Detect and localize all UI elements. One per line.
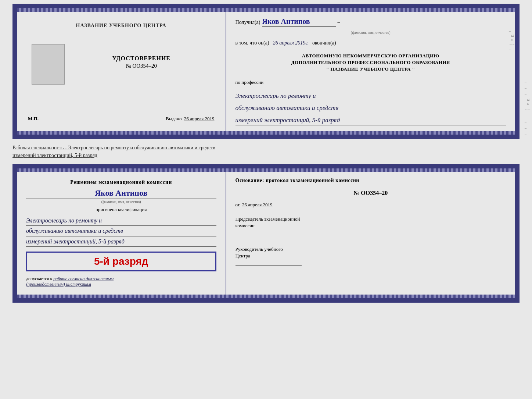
org-quote-open: "	[326, 66, 329, 72]
vtom-date: 26 апреля 2019г.	[271, 40, 310, 47]
instrukcii-italic: (производственным) инструкциям	[26, 282, 91, 287]
osnovanie-title: Основание: протокол экзаменационной коми…	[236, 178, 506, 184]
qualification-block: Электрослесарь по ремонту и обслуживанию…	[26, 215, 216, 247]
poluchil-row: Получил(а) Яков Антипов –	[236, 17, 506, 27]
left-bottom-row: М.П. Выдано 26 апреля 2019	[28, 116, 215, 122]
bottom-cert-content: Решением экзаменационной комиссии Яков А…	[17, 172, 515, 295]
rukovoditel-text: Руководитель учебного	[236, 246, 283, 252]
top-certificate-outer: НАЗВАНИЕ УЧЕБНОГО ЦЕНТРА УДОСТОВЕРЕНИЕ №…	[12, 4, 520, 139]
top-deco-bar	[17, 8, 515, 12]
bottom-name-block: Яков Антипов (фамилия, имя, отчество)	[26, 188, 216, 204]
ot-label: от	[236, 202, 240, 207]
dopuskaetsya-block: допускается к работе согласно должностны…	[26, 276, 216, 287]
predsedatel-text: Председатель экзаменационной	[236, 216, 300, 222]
okonchil-label: окончил(а)	[312, 40, 336, 46]
org-quote-close: "	[412, 66, 415, 72]
ot-block: от 26 апреля 2019	[236, 202, 506, 208]
dopuskaetsya-italic: работе согласно должностным	[53, 276, 114, 281]
photo-placeholder	[32, 44, 65, 85]
razryad-big-text: 5-й разряд	[33, 256, 210, 267]
rukovoditel-label: Руководитель учебного Центра	[236, 246, 506, 259]
qual-line1: Электрослесарь по ремонту и	[26, 215, 216, 226]
top-cert-right-panel: Получил(а) Яков Антипов – (фамилия, имя,…	[226, 12, 515, 131]
rabochaya-text-block: Рабочая специальность - Электрослесарь п…	[12, 142, 520, 161]
udostoverenie-title: УДОСТОВЕРЕНИЕ	[68, 55, 215, 62]
fio-subtitle-top: (фамилия, имя, отчество)	[236, 31, 506, 35]
udostoverenie-block: УДОСТОВЕРЕНИЕ № ОО354–20	[68, 55, 215, 70]
bottom-top-deco-bar	[17, 168, 515, 172]
vydano-label: Выдано	[166, 116, 181, 121]
komissii-text: комиссии	[236, 223, 255, 228]
resheniem-title: Решением экзаменационной комиссии	[26, 179, 216, 185]
vtom-label: в том, что он(а)	[236, 40, 269, 46]
prisvoena-text: присвоена квалификация	[26, 207, 216, 213]
org-line1: АВТОНОМНУЮ НЕКОММЕРЧЕСКУЮ ОРГАНИЗАЦИЮ	[236, 53, 506, 59]
org-block: АВТОНОМНУЮ НЕКОММЕРЧЕСКУЮ ОРГАНИЗАЦИЮ ДО…	[236, 53, 506, 73]
org-name-line: " НАЗВАНИЕ УЧЕБНОГО ЦЕНТРА "	[236, 66, 506, 72]
ot-date: 26 апреля 2019	[242, 202, 273, 207]
person-name-top: Яков Антипов	[262, 17, 336, 27]
bottom-person-name: Яков Антипов	[26, 188, 216, 199]
poluchil-label: Получил(а)	[236, 19, 260, 25]
rukovoditel-signature-line	[236, 262, 302, 266]
side-deco: – – И а ←– –	[509, 24, 514, 51]
bottom-deco-bar-bottom	[17, 295, 515, 298]
qual-line2: обслуживанию автоматики и средств	[26, 226, 216, 236]
predsedatel-block: Председатель экзаменационной комиссии	[236, 216, 506, 236]
bottom-deco-bar-top	[17, 131, 515, 135]
document-wrapper: НАЗВАНИЕ УЧЕБНОГО ЦЕНТРА УДОСТОВЕРЕНИЕ №…	[12, 4, 520, 303]
fio-subtitle-bottom: (фамилия, имя, отчество)	[26, 200, 216, 204]
org-name: НАЗВАНИЕ УЧЕБНОГО ЦЕНТРА	[330, 66, 411, 72]
top-cert-content: НАЗВАНИЕ УЧЕБНОГО ЦЕНТРА УДОСТОВЕРЕНИЕ №…	[17, 12, 515, 131]
predsedatel-label: Председатель экзаменационной комиссии	[236, 216, 506, 229]
bottom-cert-left: Решением экзаменационной комиссии Яков А…	[17, 172, 226, 295]
bottom-cert-right: Основание: протокол экзаменационной коми…	[226, 172, 515, 295]
vydano-date: 26 апреля 2019	[184, 116, 215, 121]
vtom-row: в том, что он(а) 26 апреля 2019г. окончи…	[236, 40, 506, 47]
qual-line3: измерений электростанций, 5-й разряд	[26, 236, 216, 247]
vydano-section: Выдано 26 апреля 2019	[166, 116, 214, 122]
profession-block: Электрослесарь по ремонту и обслуживанию…	[236, 89, 506, 126]
profession-line1: Электрослесарь по ремонту и	[236, 91, 506, 101]
side-deco-bottom: – – – И а ←– – – – –	[525, 80, 530, 136]
centra-text: Центра	[236, 253, 250, 259]
profession-line3: измерений электростанций, 5-й разряд	[236, 115, 506, 125]
rukovoditel-block: Руководитель учебного Центра	[236, 246, 506, 266]
po-professii-label: по профессии	[236, 79, 506, 85]
mp-label: М.П.	[28, 116, 39, 122]
dopuskaetsya-label: допускается к	[26, 276, 52, 281]
razryad-box: 5-й разряд	[26, 252, 216, 271]
nomer-block: № ОО354–20	[236, 190, 506, 196]
profession-line2: обслуживанию автоматики и средств	[236, 103, 506, 113]
udostoverenie-number: № ОО354–20	[68, 63, 215, 70]
training-center-title: НАЗВАНИЕ УЧЕБНОГО ЦЕНТРА	[76, 23, 166, 29]
dash: –	[338, 19, 340, 25]
top-cert-left-panel: НАЗВАНИЕ УЧЕБНОГО ЦЕНТРА УДОСТОВЕРЕНИЕ №…	[17, 12, 226, 131]
org-line2: ДОПОЛНИТЕЛЬНОГО ПРОФЕССИОНАЛЬНОГО ОБРАЗО…	[236, 59, 506, 66]
predsedatel-signature-line	[236, 232, 302, 236]
nomer-value: № ОО354–20	[353, 190, 388, 196]
bottom-certificate-outer: Решением экзаменационной комиссии Яков А…	[12, 164, 520, 303]
rabochaya-text: Рабочая специальность - Электрослесарь п…	[12, 145, 215, 158]
